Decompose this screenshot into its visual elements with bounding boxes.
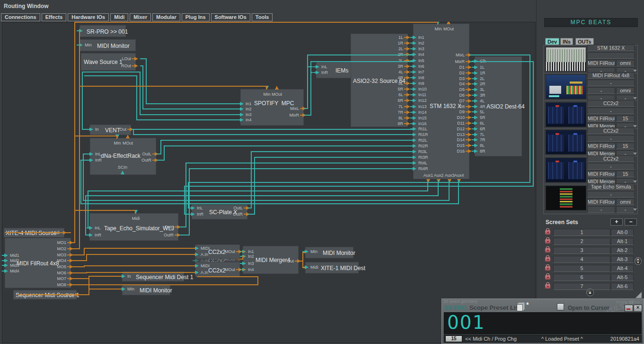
4L-port[interactable] [474, 99, 478, 103]
screen-set-shortcut[interactable]: Alt-2 [611, 247, 634, 254]
D1-port[interactable] [468, 65, 472, 69]
MIDI-port[interactable] [195, 246, 199, 250]
lock-icon[interactable] [545, 284, 550, 289]
lock-icon[interactable] [545, 257, 550, 262]
MixR-port[interactable] [468, 60, 472, 63]
3L-port[interactable] [406, 59, 410, 63]
menu-tab-software-ios[interactable]: Software IOs [211, 13, 250, 21]
lock-icon[interactable] [545, 239, 550, 244]
In11-port[interactable] [413, 93, 416, 97]
MIn-port[interactable] [115, 135, 119, 138]
MO8-port[interactable] [70, 283, 73, 287]
Out-port[interactable] [75, 293, 79, 297]
screen-set-number[interactable]: 4 [553, 256, 610, 263]
device-route-field[interactable]: - [587, 87, 615, 94]
device-param-field[interactable]: omni [616, 60, 635, 66]
8R-port[interactable] [474, 149, 478, 153]
module-spotify-mpc[interactable]: SPOTIFY MPCMInMOutIn1In2In3In4MixLMixR [240, 89, 304, 126]
Midi-port[interactable] [134, 210, 138, 214]
module-sequencer-midi-dest-1[interactable]: Sequencer Midi Dest 1In [122, 272, 184, 281]
D15-port[interactable] [468, 144, 472, 147]
device-sub-field[interactable]: - [587, 163, 635, 170]
screen-set-row[interactable]: 6Alt-5 [544, 273, 639, 282]
device-param-field[interactable]: 15 [616, 115, 635, 122]
screen-sets-scroll-up-icon[interactable]: ▲ [586, 289, 594, 296]
module-midi-monitor-3[interactable]: MIDI MonitorMIn [122, 284, 170, 295]
6L-port[interactable] [474, 121, 478, 125]
In15-port[interactable] [413, 116, 416, 120]
In1-port[interactable] [242, 250, 246, 253]
In6-port[interactable] [413, 64, 416, 68]
In9-port[interactable] [413, 81, 416, 85]
2R-port[interactable] [474, 82, 478, 86]
ROut-port[interactable] [134, 64, 138, 68]
device-sub-field[interactable]: - [587, 135, 635, 142]
device-sub-field[interactable]: - [587, 80, 635, 86]
3R-port[interactable] [474, 93, 478, 97]
D8-port[interactable] [468, 105, 472, 109]
D3-port[interactable] [468, 77, 472, 81]
open-to-cursor-checkbox[interactable] [557, 303, 564, 310]
device-name-field[interactable]: CC2x2 [587, 100, 635, 107]
row-expand-icon[interactable] [633, 70, 637, 72]
module-midi-merger4[interactable]: MIDI Merger4In1In2In3In4Out [243, 246, 299, 274]
device-thumbnail-filrout[interactable] [546, 74, 586, 99]
InL-port[interactable] [89, 152, 93, 156]
MO1-port[interactable] [70, 241, 73, 244]
5L-port[interactable] [474, 110, 478, 114]
MO7-port[interactable] [70, 277, 73, 281]
OutL-port[interactable] [177, 225, 181, 229]
LOut-port[interactable] [134, 57, 138, 61]
Midi-port[interactable] [63, 231, 67, 235]
D16-port[interactable] [468, 149, 472, 153]
device-sub-field[interactable] [587, 52, 635, 59]
device-name-field[interactable]: Tape Echo Simula [587, 183, 635, 190]
module-sr-pro-preset[interactable]: SR-PRO >> 001 [79, 25, 126, 37]
tab-outs[interactable]: OUTs [575, 38, 594, 45]
In3-port[interactable] [240, 113, 244, 117]
InR-port[interactable] [316, 71, 319, 74]
In14-port[interactable] [413, 110, 416, 114]
screen-set-row[interactable]: 5Alt-4 [544, 264, 639, 273]
screen-set-shortcut[interactable]: Alt-1 [611, 238, 634, 245]
preset-minimize-icon[interactable] [625, 305, 633, 312]
screen-set-number[interactable]: 2 [553, 238, 610, 245]
lock-icon[interactable] [545, 266, 550, 271]
A.In-port[interactable] [195, 271, 199, 274]
screen-set-number[interactable]: 5 [553, 265, 610, 272]
4L-port[interactable] [406, 70, 410, 74]
MIn-port[interactable] [79, 43, 83, 47]
3L-port[interactable] [474, 88, 478, 91]
remove-screen-set-button[interactable]: − [625, 218, 637, 226]
device-sub-field[interactable]: - [587, 108, 635, 114]
screen-set-shortcut[interactable]: Alt-6 [611, 283, 634, 290]
In-port[interactable] [122, 274, 125, 278]
row-expand-icon[interactable] [633, 97, 637, 100]
device-thumbnail-cc2x2[interactable] [546, 158, 586, 182]
MIn-port[interactable] [122, 287, 125, 291]
module-midi-monitor-2[interactable]: MIDI MonitorMIn [305, 247, 353, 258]
screen-set-row[interactable]: 2Alt-1 [544, 237, 639, 246]
device-list-spinner-icon[interactable]: ▲▼ [635, 257, 642, 265]
7R-port[interactable] [406, 110, 410, 114]
D6-port[interactable] [468, 93, 472, 97]
MOut-port[interactable] [126, 135, 130, 138]
tab-dev[interactable]: Dev [545, 38, 559, 45]
6R-port[interactable] [406, 99, 410, 102]
OutR-port[interactable] [246, 212, 250, 216]
device-row[interactable]: CC2x2-MIDI FilRout15MIDI Merger- [544, 156, 637, 184]
menu-tab-mixer[interactable]: Mixer [130, 13, 151, 21]
device-param-field[interactable]: - [616, 206, 635, 213]
device-thumbnail-mixer[interactable] [546, 47, 586, 72]
D4-port[interactable] [468, 82, 472, 86]
device-param-field[interactable]: 15 [616, 143, 635, 149]
device-row[interactable]: CC2x2-MIDI FilRout15MIDI Merger- [544, 101, 637, 129]
lock-icon[interactable] [545, 275, 550, 280]
MO2-port[interactable] [70, 247, 73, 251]
lock-icon[interactable] [545, 230, 550, 235]
device-route-field[interactable]: MIDI FilRout [587, 115, 615, 122]
device-param-field[interactable]: omni [616, 199, 635, 205]
module-cc2x2-2[interactable]: CC2x2MIDIA.InMOut [195, 262, 240, 277]
Mid4-port[interactable] [4, 269, 8, 273]
D5-port[interactable] [468, 88, 472, 91]
